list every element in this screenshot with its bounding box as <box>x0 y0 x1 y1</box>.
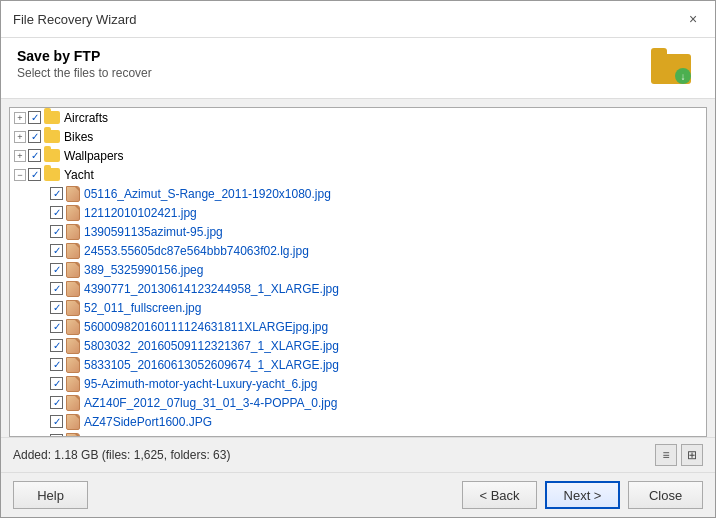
file-icon <box>66 376 80 392</box>
tree-item-file-8[interactable]: 560009820160111124631811XLARGEjpg.jpg <box>10 317 706 336</box>
checkbox-file-11[interactable] <box>50 377 63 390</box>
checkbox-file-1[interactable] <box>50 187 63 200</box>
status-icon-grid[interactable]: ⊞ <box>681 444 703 466</box>
file-icon <box>66 224 80 240</box>
checkbox-wallpapers[interactable] <box>28 149 41 162</box>
item-label-file-8: 560009820160111124631811XLARGEjpg.jpg <box>84 320 328 334</box>
item-label-file-2: 12112010102421.jpg <box>84 206 197 220</box>
folder-ftp-icon: ↓ <box>651 54 691 84</box>
tree-item-bikes[interactable]: + Bikes <box>10 127 706 146</box>
item-label-file-4: 24553.55605dc87e564bbb74063f02.lg.jpg <box>84 244 309 258</box>
header-icon: ↓ <box>651 48 699 88</box>
expand-icon[interactable]: + <box>14 131 26 143</box>
expand-icon[interactable]: + <box>14 112 26 124</box>
tree-item-file-2[interactable]: 12112010102421.jpg <box>10 203 706 222</box>
tree-item-file-4[interactable]: 24553.55605dc87e564bbb74063f02.lg.jpg <box>10 241 706 260</box>
file-icon <box>66 338 80 354</box>
back-button[interactable]: < Back <box>462 481 537 509</box>
folder-icon <box>44 130 60 143</box>
nav-buttons: < Back Next > Close <box>462 481 703 509</box>
item-label-file-10: 5833105_20160613052609674_1_XLARGE.jpg <box>84 358 339 372</box>
tree-item-file-1[interactable]: 05116_Azimut_S-Range_2011-1920x1080.jpg <box>10 184 706 203</box>
item-label-file-13: AZ47SidePort1600.JPG <box>84 415 212 429</box>
checkbox-file-6[interactable] <box>50 282 63 295</box>
header-text: Save by FTP Select the files to recover <box>17 48 152 80</box>
item-label-aircrafts: Aircrafts <box>64 111 108 125</box>
tree-item-file-9[interactable]: 5803032_20160509112321367_1_XLARGE.jpg <box>10 336 706 355</box>
header-title: Save by FTP <box>17 48 152 64</box>
checkbox-file-3[interactable] <box>50 225 63 238</box>
status-text: Added: 1.18 GB (files: 1,625, folders: 6… <box>13 448 230 462</box>
checkbox-file-7[interactable] <box>50 301 63 314</box>
dialog-window: File Recovery Wizard × Save by FTP Selec… <box>0 0 716 518</box>
folder-icon <box>44 111 60 124</box>
item-label-file-6: 4390771_20130614123244958_1_XLARGE.jpg <box>84 282 339 296</box>
file-icon <box>66 395 80 411</box>
header-area: Save by FTP Select the files to recover … <box>1 38 715 99</box>
header-subtitle: Select the files to recover <box>17 66 152 80</box>
tree-item-file-5[interactable]: 389_5325990156.jpeg <box>10 260 706 279</box>
folder-icon <box>44 149 60 162</box>
file-icon <box>66 262 80 278</box>
tree-item-file-13[interactable]: AZ47SidePort1600.JPG <box>10 412 706 431</box>
status-icons: ≡ ⊞ <box>655 444 703 466</box>
checkbox-file-9[interactable] <box>50 339 63 352</box>
checkbox-yacht[interactable] <box>28 168 41 181</box>
checkbox-file-10[interactable] <box>50 358 63 371</box>
file-icon <box>66 319 80 335</box>
expand-icon[interactable]: + <box>14 150 26 162</box>
checkbox-aircrafts[interactable] <box>28 111 41 124</box>
dialog-title: File Recovery Wizard <box>13 12 137 27</box>
status-bar: Added: 1.18 GB (files: 1,625, folders: 6… <box>1 437 715 472</box>
checkbox-file-13[interactable] <box>50 415 63 428</box>
tree-item-aircrafts[interactable]: + Aircrafts <box>10 108 706 127</box>
item-label-bikes: Bikes <box>64 130 93 144</box>
status-icon-list[interactable]: ≡ <box>655 444 677 466</box>
checkbox-file-2[interactable] <box>50 206 63 219</box>
title-bar: File Recovery Wizard × <box>1 1 715 38</box>
item-label-yacht: Yacht <box>64 168 94 182</box>
file-icon <box>66 205 80 221</box>
file-icon <box>66 186 80 202</box>
tree-item-file-3[interactable]: 1390591135azimut-95.jpg <box>10 222 706 241</box>
tree-item-file-6[interactable]: 4390771_20130614123244958_1_XLARGE.jpg <box>10 279 706 298</box>
file-icon <box>66 300 80 316</box>
close-button[interactable]: Close <box>628 481 703 509</box>
file-icon <box>66 414 80 430</box>
file-icon <box>66 243 80 259</box>
file-icon <box>66 357 80 373</box>
tree-item-file-11[interactable]: 95-Azimuth-motor-yacht-Luxury-yacht_6.jp… <box>10 374 706 393</box>
next-button[interactable]: Next > <box>545 481 620 509</box>
item-label-file-3: 1390591135azimut-95.jpg <box>84 225 223 239</box>
checkbox-bikes[interactable] <box>28 130 41 143</box>
close-icon-button[interactable]: × <box>683 9 703 29</box>
arrow-icon: ↓ <box>675 68 691 84</box>
item-label-file-9: 5803032_20160509112321367_1_XLARGE.jpg <box>84 339 339 353</box>
checkbox-file-4[interactable] <box>50 244 63 257</box>
tree-item-wallpapers[interactable]: + Wallpapers <box>10 146 706 165</box>
help-button[interactable]: Help <box>13 481 88 509</box>
file-icon <box>66 281 80 297</box>
tree-item-file-10[interactable]: 5833105_20160613052609674_1_XLARGE.jpg <box>10 355 706 374</box>
item-label-wallpapers: Wallpapers <box>64 149 124 163</box>
button-bar: Help < Back Next > Close <box>1 472 715 517</box>
item-label-file-11: 95-Azimuth-motor-yacht-Luxury-yacht_6.jp… <box>84 377 317 391</box>
expand-icon[interactable]: − <box>14 169 26 181</box>
folder-icon <box>44 168 60 181</box>
tree-item-file-7[interactable]: 52_011_fullscreen.jpg <box>10 298 706 317</box>
file-tree[interactable]: + Aircrafts + Bikes + Wallpapers − Yacht <box>9 107 707 437</box>
checkbox-file-12[interactable] <box>50 396 63 409</box>
checkbox-file-8[interactable] <box>50 320 63 333</box>
item-label-file-5: 389_5325990156.jpeg <box>84 263 203 277</box>
item-label-file-7: 52_011_fullscreen.jpg <box>84 301 201 315</box>
item-label-file-12: AZ140F_2012_07lug_31_01_3-4-POPPA_0.jpg <box>84 396 337 410</box>
tree-item-yacht[interactable]: − Yacht <box>10 165 706 184</box>
checkbox-file-5[interactable] <box>50 263 63 276</box>
item-label-file-1: 05116_Azimut_S-Range_2011-1920x1080.jpg <box>84 187 331 201</box>
tree-item-file-12[interactable]: AZ140F_2012_07lug_31_01_3-4-POPPA_0.jpg <box>10 393 706 412</box>
